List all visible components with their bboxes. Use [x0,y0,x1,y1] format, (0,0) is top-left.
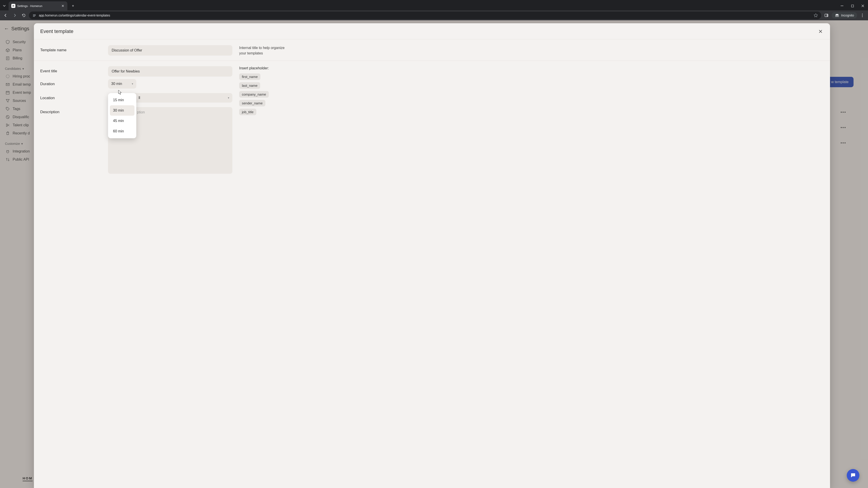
chevron-down-icon: ▾ [132,82,133,86]
placeholder-chip-job-title[interactable]: job_title [239,109,256,115]
nav-back-button[interactable] [2,11,9,19]
svg-rect-2 [33,14,36,15]
svg-point-7 [835,15,837,17]
placeholder-chip-sender-name[interactable]: sender_name [239,100,266,106]
browser-menu-icon[interactable] [859,11,866,19]
tab-bar: H Settings · Homerun + [0,0,868,10]
tab-favicon: H [11,4,16,8]
incognito-indicator[interactable]: Incognito [832,12,857,19]
event-template-modal: Event template Template name Internal ti… [34,23,830,488]
chat-support-button[interactable] [847,469,860,482]
insert-placeholder-label: Insert placeholder: [239,66,287,70]
svg-point-10 [862,15,863,15]
site-info-icon[interactable] [32,13,37,18]
bookmark-star-icon[interactable] [813,13,818,18]
nav-reload-button[interactable] [20,11,28,19]
placeholder-chip-company-name[interactable]: company_name [239,91,269,98]
url-box[interactable]: app.homerun.co/settings/calendar-event-t… [29,11,821,19]
duration-value: 30 min [111,82,122,86]
svg-rect-4 [33,16,35,17]
duration-label: Duration [40,79,101,86]
window-minimize-button[interactable] [837,1,847,10]
window-maximize-button[interactable] [847,1,858,10]
svg-rect-1 [851,5,854,7]
browser-tab[interactable]: H Settings · Homerun [8,1,67,10]
template-name-hint: Internal title to help organize your tem… [239,45,287,56]
address-bar: app.homerun.co/settings/calendar-event-t… [0,10,868,20]
template-name-label: Template name [40,45,101,53]
svg-point-11 [862,16,863,17]
svg-point-9 [862,13,863,14]
location-value: ll [138,96,140,100]
incognito-icon [835,14,839,17]
duration-option-15[interactable]: 15 min [110,95,134,105]
svg-rect-0 [841,6,843,6]
event-title-input[interactable] [108,66,232,76]
duration-option-45[interactable]: 45 min [110,116,134,126]
svg-point-8 [837,15,839,17]
duration-option-30[interactable]: 30 min [110,105,134,116]
duration-option-60[interactable]: 60 min [110,126,134,136]
placeholder-chip-last-name[interactable]: last_name [239,82,260,89]
modal-title: Event template [40,29,73,34]
modal-close-button[interactable] [817,28,824,35]
page-content: ← Settings Security Plans Billing Candid… [0,20,868,488]
tab-close-icon[interactable] [61,4,65,8]
window-close-button[interactable] [858,1,868,10]
template-name-input[interactable] [108,45,232,56]
svg-rect-3 [33,15,36,16]
svg-rect-6 [827,14,828,17]
description-label: Description [40,107,101,114]
chevron-down-icon: ▾ [228,96,229,99]
duration-dropdown: 15 min 30 min 45 min 60 min [108,93,136,138]
side-panel-icon[interactable] [823,11,830,19]
placeholder-chip-first-name[interactable]: first_name [239,73,260,80]
duration-select[interactable]: 30 min ▾ [108,79,136,89]
tab-title: Settings · Homerun [17,4,59,8]
new-tab-button[interactable]: + [70,2,76,9]
tab-search-dropdown[interactable] [0,2,8,10]
description-placeholder-fragment: ption [137,110,145,114]
event-title-label: Event title [40,66,101,73]
url-text: app.homerun.co/settings/calendar-event-t… [39,13,811,17]
incognito-label: Incognito [841,13,854,17]
nav-forward-button[interactable] [11,11,19,19]
location-label: Location [40,93,101,100]
